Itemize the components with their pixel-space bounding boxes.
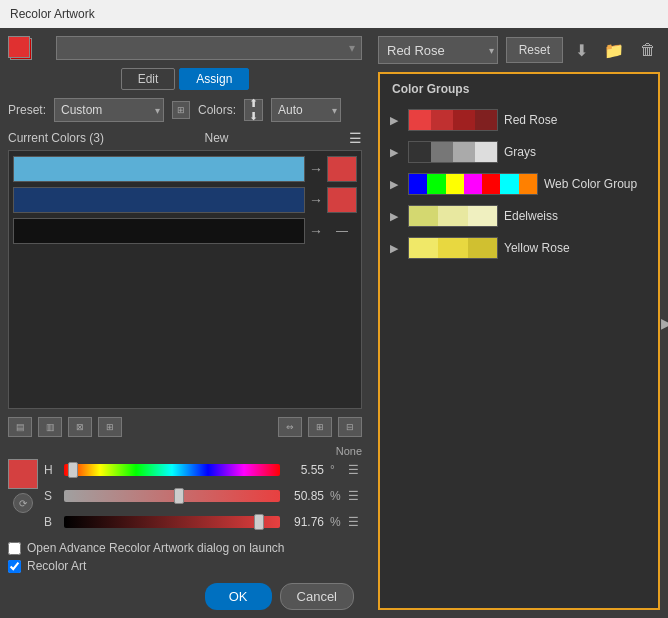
- recolor-artwork-window: Recolor Artwork ▾ Edit Assign: [0, 0, 668, 618]
- new-label: New: [205, 131, 229, 145]
- swatch-grays-3: [453, 142, 475, 162]
- tool-btn-4[interactable]: ⊞: [98, 417, 122, 437]
- right-panel: Red Rose Reset ⬇ 📁 🗑 Color Groups ▶: [370, 28, 668, 618]
- tool-btn-2[interactable]: ▥: [38, 417, 62, 437]
- arrow-icon-2: →: [309, 192, 323, 208]
- preset-dropdown[interactable]: Custom: [54, 98, 164, 122]
- color-bar-2[interactable]: [13, 187, 305, 213]
- b-label: B: [44, 515, 58, 529]
- colors-spinner[interactable]: ⬆⬇: [244, 99, 263, 121]
- recolor-label: Recolor Art: [27, 559, 86, 573]
- group-preview-edelweiss: [408, 205, 498, 227]
- top-bar: ▾: [8, 36, 362, 60]
- group-preview-web-color: [408, 173, 538, 195]
- toolbar-row: ▤ ▥ ⊠ ⊞ ⇔ ⊞ ⊟: [8, 417, 362, 437]
- cancel-button[interactable]: Cancel: [280, 583, 354, 610]
- active-swatch[interactable]: [8, 459, 38, 489]
- group-item-red-rose[interactable]: ▶ Red Rose: [384, 104, 654, 136]
- sliders-area: ⟳ H 5.55 ° ☰: [8, 459, 362, 533]
- reset-button[interactable]: Reset: [506, 37, 563, 63]
- menu-icon[interactable]: ☰: [349, 130, 362, 146]
- h-menu[interactable]: ☰: [348, 463, 362, 477]
- group-name-red-rose: Red Rose: [504, 113, 557, 127]
- none-label: None: [8, 445, 362, 457]
- color-rows-container: → → → —: [8, 150, 362, 409]
- colors-label: Colors:: [198, 103, 236, 117]
- swatch-web-3: [446, 174, 464, 194]
- new-color-1[interactable]: [327, 156, 357, 182]
- current-colors-header: Current Colors (3) New ☰: [8, 130, 362, 146]
- arrow-icon-3: →: [309, 223, 323, 239]
- swatch-red-rose-3: [453, 110, 475, 130]
- swatch-pair[interactable]: [8, 36, 46, 60]
- swatch-edel-3: [468, 206, 497, 226]
- color-harmony-dropdown[interactable]: ▾: [56, 36, 362, 60]
- group-item-edelweiss[interactable]: ▶ Edelweiss: [384, 200, 654, 232]
- b-slider-row: B 91.76 % ☰: [44, 511, 362, 533]
- tool-btn-3[interactable]: ⊠: [68, 417, 92, 437]
- recolor-checkbox-row: Recolor Art: [8, 559, 362, 573]
- swatch-col: ⟳: [8, 459, 38, 513]
- tool-btn-7[interactable]: ⊟: [338, 417, 362, 437]
- s-slider-thumb[interactable]: [174, 488, 184, 504]
- expand-icon-yellow-rose: ▶: [390, 242, 402, 255]
- h-value: 5.55: [286, 463, 324, 477]
- swatch-edel-2: [438, 206, 467, 226]
- s-menu[interactable]: ☰: [348, 489, 362, 503]
- tabs-row: Edit Assign: [8, 68, 362, 90]
- swatch-red-rose-2: [431, 110, 453, 130]
- rose-name-dropdown[interactable]: Red Rose: [378, 36, 498, 64]
- h-unit: °: [330, 463, 342, 477]
- group-item-yellow-rose[interactable]: ▶ Yellow Rose: [384, 232, 654, 264]
- s-unit: %: [330, 489, 342, 503]
- swatch-web-7: [519, 174, 537, 194]
- b-slider-thumb[interactable]: [254, 514, 264, 530]
- ok-button[interactable]: OK: [205, 583, 272, 610]
- colors-auto-dropdown[interactable]: Auto: [271, 98, 341, 122]
- color-bar-1[interactable]: [13, 156, 305, 182]
- h-slider-row: H 5.55 ° ☰: [44, 459, 362, 481]
- assign-tab[interactable]: Assign: [179, 68, 249, 90]
- swatch-red-rose-4: [475, 110, 497, 130]
- recolor-checkbox[interactable]: [8, 560, 21, 573]
- new-color-2[interactable]: [327, 187, 357, 213]
- swatch-grays-2: [431, 142, 453, 162]
- preset-label: Preset:: [8, 103, 46, 117]
- expand-icon-grays: ▶: [390, 146, 402, 159]
- color-bar-3[interactable]: [13, 218, 305, 244]
- tool-btn-6[interactable]: ⊞: [308, 417, 332, 437]
- link-icon[interactable]: ⟳: [13, 493, 33, 513]
- group-preview-yellow-rose: [408, 237, 498, 259]
- expand-icon-edelweiss: ▶: [390, 210, 402, 223]
- tool-btn-5[interactable]: ⇔: [278, 417, 302, 437]
- left-panel: ▾ Edit Assign Preset: Custom ⊞ Colo: [0, 28, 370, 618]
- b-slider-track[interactable]: [64, 516, 280, 528]
- right-top-bar: Red Rose Reset ⬇ 📁 🗑: [378, 36, 660, 64]
- group-item-web-color[interactable]: ▶ Web Color Group: [384, 168, 654, 200]
- swatch-yellow-3: [468, 238, 497, 258]
- group-name-web-color: Web Color Group: [544, 177, 637, 191]
- group-item-grays[interactable]: ▶ Grays: [384, 136, 654, 168]
- advance-checkbox[interactable]: [8, 542, 21, 555]
- collapse-arrow[interactable]: ▶: [661, 315, 668, 331]
- swatch-grays-1: [409, 142, 431, 162]
- preset-icon-btn[interactable]: ⊞: [172, 101, 190, 119]
- h-slider-thumb[interactable]: [68, 462, 78, 478]
- expand-icon-web-color: ▶: [390, 178, 402, 191]
- advance-label: Open Advance Recolor Artwork dialog on l…: [27, 541, 285, 555]
- swatch-web-4: [464, 174, 482, 194]
- h-slider-track[interactable]: [64, 464, 280, 476]
- tool-btn-1[interactable]: ▤: [8, 417, 32, 437]
- download-icon-btn[interactable]: ⬇: [571, 41, 592, 60]
- color-row-3: → —: [13, 217, 357, 245]
- swatch-grays-4: [475, 142, 497, 162]
- current-colors-label: Current Colors (3): [8, 131, 104, 145]
- new-color-3: —: [327, 218, 357, 244]
- folder-icon-btn[interactable]: 📁: [600, 41, 628, 60]
- colors-auto-wrap: Auto: [271, 98, 341, 122]
- b-menu[interactable]: ☰: [348, 515, 362, 529]
- s-slider-track[interactable]: [64, 490, 280, 502]
- swatch-web-5: [482, 174, 500, 194]
- edit-tab[interactable]: Edit: [121, 68, 176, 90]
- trash-icon-btn[interactable]: 🗑: [636, 41, 660, 59]
